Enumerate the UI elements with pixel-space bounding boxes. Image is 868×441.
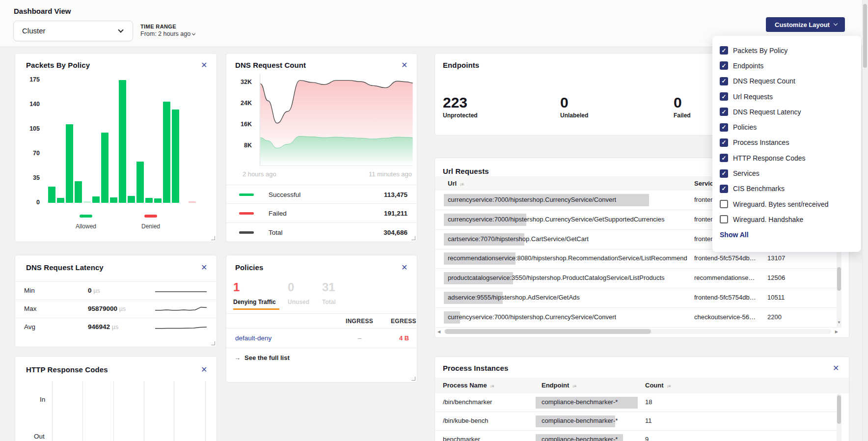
close-icon[interactable] [201,366,207,374]
scroll-right-arrow-icon[interactable]: ▶ [835,330,838,334]
customize-layout-button[interactable]: Customize Layout [766,17,845,32]
policies-card: Policies 1 Denying Traffic 0 Unused 31 T… [226,255,417,383]
tab-unused[interactable]: 0 Unused [288,281,309,305]
latency-row-max: Max 95879000 µs [15,300,217,318]
menu-item-dns-request-latency[interactable]: DNS Request Latency [712,104,861,119]
time-range-value[interactable]: From: 2 hours ago [140,30,195,37]
legend-allowed: Allowed [56,211,115,230]
close-icon[interactable] [201,264,207,272]
checkbox-icon[interactable] [720,46,728,55]
menu-item-endpoints[interactable]: Endpoints [712,58,861,73]
gridline [52,381,53,441]
row-label-in: In [40,396,45,403]
menu-item-url-requests[interactable]: Url Requests [712,89,861,104]
gridline [113,381,114,441]
time-range: TIME RANGE From: 2 hours ago [140,24,195,37]
menu-item-wireguard-handshake[interactable]: Wireguard. Handshake [712,212,861,227]
sort-icon [572,384,576,388]
vertical-scrollbar-thumb[interactable] [837,395,841,424]
checkbox-icon[interactable] [720,138,728,147]
total-swatch-icon [239,231,254,234]
page-title: Dashboard View [14,7,71,15]
column-header-count[interactable]: Count [645,382,670,389]
table-row: adservice:9555/hipstershop.AdService/Get… [435,288,842,308]
checkbox-icon[interactable] [720,61,728,70]
legend-denied: Denied [121,211,180,230]
stat-failed: 0 Failed [674,95,691,119]
column-header-url[interactable]: Url [448,180,463,187]
close-icon[interactable] [833,364,839,372]
column-header-ingress: INGRESS [346,318,373,325]
menu-item-http-response-codes[interactable]: HTTP Response Codes [712,150,861,165]
menu-item-policies[interactable]: Policies [712,119,861,135]
sort-icon [460,182,463,187]
successful-swatch-icon [239,193,254,196]
latency-row-min: Min 0 µs [15,281,217,300]
failed-swatch-icon [239,212,254,215]
menu-item-cis-benchmarks[interactable]: CIS Benchmarks [712,181,861,196]
checkbox-icon[interactable] [720,77,728,85]
card-title: Url Requests [443,167,489,175]
card-title: Packets By Policy [26,61,90,69]
tab-denying-traffic[interactable]: 1 Denying Traffic [233,281,276,305]
x-axis-start-label: 2 hours ago [243,170,276,178]
menu-item-dns-request-count[interactable]: DNS Request Count [712,74,861,89]
sparkline-chart [155,285,207,297]
egress-value: 4 B [399,334,409,342]
denied-swatch-icon [144,215,157,218]
card-title: HTTP Response Codes [26,365,108,374]
stat-unlabeled: 0 Unlabeled [560,95,588,119]
menu-item-process-instances[interactable]: Process Instances [712,135,861,150]
scroll-down-arrow-icon[interactable]: ▼ [837,320,841,325]
column-header-process-name[interactable]: Process Name [443,382,493,389]
sparkline-chart [155,303,207,315]
tab-total[interactable]: 31 Total [322,281,336,305]
checkbox-icon[interactable] [720,123,728,132]
scroll-left-arrow-icon[interactable]: ◀ [437,330,440,334]
gridline [144,381,144,441]
chevron-down-icon [192,32,195,35]
table-row: benchmarker compliance-benchmarker-* 9 [435,431,842,441]
checkbox-icon[interactable] [720,92,728,101]
view-selector-value: Cluster [22,27,46,35]
checkbox-icon[interactable] [720,108,728,116]
table-header: Process Name Endpoint Count [435,378,849,393]
legend-row-failed: Failed 191,211 [226,203,417,222]
close-icon[interactable] [401,61,407,69]
table-row: recommendationservice:8080/hipstershop.R… [435,249,842,269]
divider [226,348,417,348]
process-instances-card: Process Instances Process Name Endpoint … [434,357,849,441]
close-icon[interactable] [401,264,407,272]
checkbox-icon[interactable] [720,185,728,193]
checkbox-icon[interactable] [720,154,728,162]
policy-link[interactable]: default-deny [235,334,271,342]
menu-item-services[interactable]: Services [712,165,861,181]
latency-row-avg: Avg 946942 µs [15,318,217,336]
vertical-scrollbar-thumb[interactable] [837,267,841,291]
legend-row-total: Total 304,686 [226,222,417,242]
checkbox-icon[interactable] [720,215,728,223]
divider [226,328,417,329]
see-full-list-link[interactable]: →See the full list [234,354,290,361]
show-all-link[interactable]: Show All [712,231,861,239]
bar-chart [48,80,201,203]
column-header-endpoint[interactable]: Endpoint [542,382,576,389]
gridline [205,381,206,441]
time-range-label: TIME RANGE [140,24,195,29]
dashboard-screen: Dashboard View Cluster TIME RANGE From: … [0,0,868,441]
gridline [174,381,174,441]
table-row: currencyservice:7000/hipstershop.Currenc… [435,308,842,328]
dns-request-latency-card: DNS Request Latency Min 0 µs Max 9587900… [15,255,217,347]
sort-icon [667,384,671,388]
close-icon[interactable] [201,61,207,69]
menu-item-packets-by-policy[interactable]: Packets By Policy [712,43,861,58]
view-selector[interactable]: Cluster [13,21,133,41]
sort-icon [490,384,494,388]
area-chart [260,74,413,166]
column-header-egress: EGRESS [391,318,416,325]
horizontal-scrollbar-thumb[interactable] [445,329,651,334]
page-scrollbar-thumb[interactable] [863,4,867,68]
menu-item-wireguard-bytes[interactable]: Wireguard. Bytes sent/received [712,196,861,212]
checkbox-icon[interactable] [720,200,728,208]
checkbox-icon[interactable] [720,169,728,178]
